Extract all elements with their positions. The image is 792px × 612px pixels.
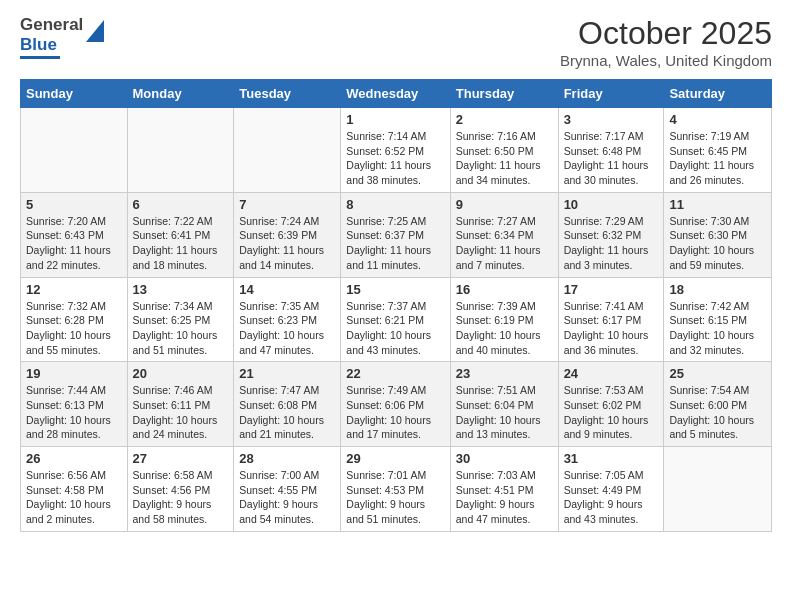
cell-date-number: 26 [26, 451, 122, 466]
cell-date-number: 29 [346, 451, 444, 466]
cell-info-text: Sunrise: 7:14 AMSunset: 6:52 PMDaylight:… [346, 129, 444, 188]
cell-date-number: 19 [26, 366, 122, 381]
calendar-cell: 5Sunrise: 7:20 AMSunset: 6:43 PMDaylight… [21, 192, 128, 277]
calendar-cell: 23Sunrise: 7:51 AMSunset: 6:04 PMDayligh… [450, 362, 558, 447]
cell-date-number: 4 [669, 112, 766, 127]
page: General Blue October 2025 Brynna, Wales,… [0, 0, 792, 612]
calendar-cell: 26Sunrise: 6:56 AMSunset: 4:58 PMDayligh… [21, 447, 128, 532]
calendar-cell: 10Sunrise: 7:29 AMSunset: 6:32 PMDayligh… [558, 192, 664, 277]
cell-date-number: 9 [456, 197, 553, 212]
cell-date-number: 31 [564, 451, 659, 466]
logo: General Blue [20, 15, 104, 59]
calendar-cell: 20Sunrise: 7:46 AMSunset: 6:11 PMDayligh… [127, 362, 234, 447]
calendar-cell: 13Sunrise: 7:34 AMSunset: 6:25 PMDayligh… [127, 277, 234, 362]
cell-info-text: Sunrise: 7:27 AMSunset: 6:34 PMDaylight:… [456, 214, 553, 273]
cell-date-number: 20 [133, 366, 229, 381]
cell-date-number: 13 [133, 282, 229, 297]
cell-date-number: 2 [456, 112, 553, 127]
cell-info-text: Sunrise: 7:46 AMSunset: 6:11 PMDaylight:… [133, 383, 229, 442]
col-sunday: Sunday [21, 80, 128, 108]
page-subtitle: Brynna, Wales, United Kingdom [560, 52, 772, 69]
calendar-week-3: 19Sunrise: 7:44 AMSunset: 6:13 PMDayligh… [21, 362, 772, 447]
title-block: October 2025 Brynna, Wales, United Kingd… [560, 15, 772, 69]
cell-date-number: 23 [456, 366, 553, 381]
calendar-cell: 22Sunrise: 7:49 AMSunset: 6:06 PMDayligh… [341, 362, 450, 447]
calendar-cell: 17Sunrise: 7:41 AMSunset: 6:17 PMDayligh… [558, 277, 664, 362]
cell-date-number: 17 [564, 282, 659, 297]
cell-date-number: 22 [346, 366, 444, 381]
calendar-cell: 28Sunrise: 7:00 AMSunset: 4:55 PMDayligh… [234, 447, 341, 532]
svg-marker-0 [86, 20, 104, 42]
cell-info-text: Sunrise: 7:00 AMSunset: 4:55 PMDaylight:… [239, 468, 335, 527]
cell-info-text: Sunrise: 7:30 AMSunset: 6:30 PMDaylight:… [669, 214, 766, 273]
cell-info-text: Sunrise: 7:19 AMSunset: 6:45 PMDaylight:… [669, 129, 766, 188]
cell-info-text: Sunrise: 7:16 AMSunset: 6:50 PMDaylight:… [456, 129, 553, 188]
logo-triangle-icon [86, 20, 104, 42]
cell-date-number: 21 [239, 366, 335, 381]
col-monday: Monday [127, 80, 234, 108]
logo-underline [20, 56, 60, 59]
calendar-cell: 4Sunrise: 7:19 AMSunset: 6:45 PMDaylight… [664, 108, 772, 193]
cell-date-number: 6 [133, 197, 229, 212]
cell-info-text: Sunrise: 7:54 AMSunset: 6:00 PMDaylight:… [669, 383, 766, 442]
logo-blue: Blue [20, 35, 83, 55]
cell-date-number: 5 [26, 197, 122, 212]
cell-info-text: Sunrise: 7:51 AMSunset: 6:04 PMDaylight:… [456, 383, 553, 442]
calendar-cell: 6Sunrise: 7:22 AMSunset: 6:41 PMDaylight… [127, 192, 234, 277]
col-tuesday: Tuesday [234, 80, 341, 108]
cell-info-text: Sunrise: 7:05 AMSunset: 4:49 PMDaylight:… [564, 468, 659, 527]
calendar-cell [127, 108, 234, 193]
cell-info-text: Sunrise: 7:03 AMSunset: 4:51 PMDaylight:… [456, 468, 553, 527]
cell-date-number: 24 [564, 366, 659, 381]
cell-info-text: Sunrise: 7:24 AMSunset: 6:39 PMDaylight:… [239, 214, 335, 273]
cell-date-number: 3 [564, 112, 659, 127]
calendar-cell: 30Sunrise: 7:03 AMSunset: 4:51 PMDayligh… [450, 447, 558, 532]
col-friday: Friday [558, 80, 664, 108]
calendar-cell: 12Sunrise: 7:32 AMSunset: 6:28 PMDayligh… [21, 277, 128, 362]
calendar-cell: 27Sunrise: 6:58 AMSunset: 4:56 PMDayligh… [127, 447, 234, 532]
calendar-cell: 2Sunrise: 7:16 AMSunset: 6:50 PMDaylight… [450, 108, 558, 193]
cell-date-number: 7 [239, 197, 335, 212]
cell-info-text: Sunrise: 7:17 AMSunset: 6:48 PMDaylight:… [564, 129, 659, 188]
calendar-cell: 15Sunrise: 7:37 AMSunset: 6:21 PMDayligh… [341, 277, 450, 362]
calendar-cell: 8Sunrise: 7:25 AMSunset: 6:37 PMDaylight… [341, 192, 450, 277]
cell-info-text: Sunrise: 7:35 AMSunset: 6:23 PMDaylight:… [239, 299, 335, 358]
calendar-cell: 18Sunrise: 7:42 AMSunset: 6:15 PMDayligh… [664, 277, 772, 362]
cell-date-number: 15 [346, 282, 444, 297]
cell-info-text: Sunrise: 7:25 AMSunset: 6:37 PMDaylight:… [346, 214, 444, 273]
col-wednesday: Wednesday [341, 80, 450, 108]
calendar-cell: 16Sunrise: 7:39 AMSunset: 6:19 PMDayligh… [450, 277, 558, 362]
cell-info-text: Sunrise: 7:49 AMSunset: 6:06 PMDaylight:… [346, 383, 444, 442]
calendar-cell: 19Sunrise: 7:44 AMSunset: 6:13 PMDayligh… [21, 362, 128, 447]
cell-info-text: Sunrise: 7:53 AMSunset: 6:02 PMDaylight:… [564, 383, 659, 442]
calendar-cell: 24Sunrise: 7:53 AMSunset: 6:02 PMDayligh… [558, 362, 664, 447]
cell-info-text: Sunrise: 7:01 AMSunset: 4:53 PMDaylight:… [346, 468, 444, 527]
page-title: October 2025 [560, 15, 772, 52]
calendar-header-row: Sunday Monday Tuesday Wednesday Thursday… [21, 80, 772, 108]
cell-date-number: 12 [26, 282, 122, 297]
calendar-cell: 11Sunrise: 7:30 AMSunset: 6:30 PMDayligh… [664, 192, 772, 277]
cell-info-text: Sunrise: 7:47 AMSunset: 6:08 PMDaylight:… [239, 383, 335, 442]
cell-date-number: 8 [346, 197, 444, 212]
col-saturday: Saturday [664, 80, 772, 108]
cell-date-number: 10 [564, 197, 659, 212]
calendar-week-0: 1Sunrise: 7:14 AMSunset: 6:52 PMDaylight… [21, 108, 772, 193]
calendar-cell: 25Sunrise: 7:54 AMSunset: 6:00 PMDayligh… [664, 362, 772, 447]
cell-info-text: Sunrise: 7:29 AMSunset: 6:32 PMDaylight:… [564, 214, 659, 273]
calendar-cell: 3Sunrise: 7:17 AMSunset: 6:48 PMDaylight… [558, 108, 664, 193]
calendar-cell: 7Sunrise: 7:24 AMSunset: 6:39 PMDaylight… [234, 192, 341, 277]
calendar-cell: 1Sunrise: 7:14 AMSunset: 6:52 PMDaylight… [341, 108, 450, 193]
cell-date-number: 25 [669, 366, 766, 381]
calendar-cell: 21Sunrise: 7:47 AMSunset: 6:08 PMDayligh… [234, 362, 341, 447]
cell-date-number: 14 [239, 282, 335, 297]
cell-date-number: 28 [239, 451, 335, 466]
calendar-week-4: 26Sunrise: 6:56 AMSunset: 4:58 PMDayligh… [21, 447, 772, 532]
cell-info-text: Sunrise: 7:37 AMSunset: 6:21 PMDaylight:… [346, 299, 444, 358]
cell-info-text: Sunrise: 7:32 AMSunset: 6:28 PMDaylight:… [26, 299, 122, 358]
cell-date-number: 30 [456, 451, 553, 466]
calendar-cell [21, 108, 128, 193]
calendar-cell [664, 447, 772, 532]
cell-date-number: 11 [669, 197, 766, 212]
calendar-week-1: 5Sunrise: 7:20 AMSunset: 6:43 PMDaylight… [21, 192, 772, 277]
calendar-cell: 14Sunrise: 7:35 AMSunset: 6:23 PMDayligh… [234, 277, 341, 362]
